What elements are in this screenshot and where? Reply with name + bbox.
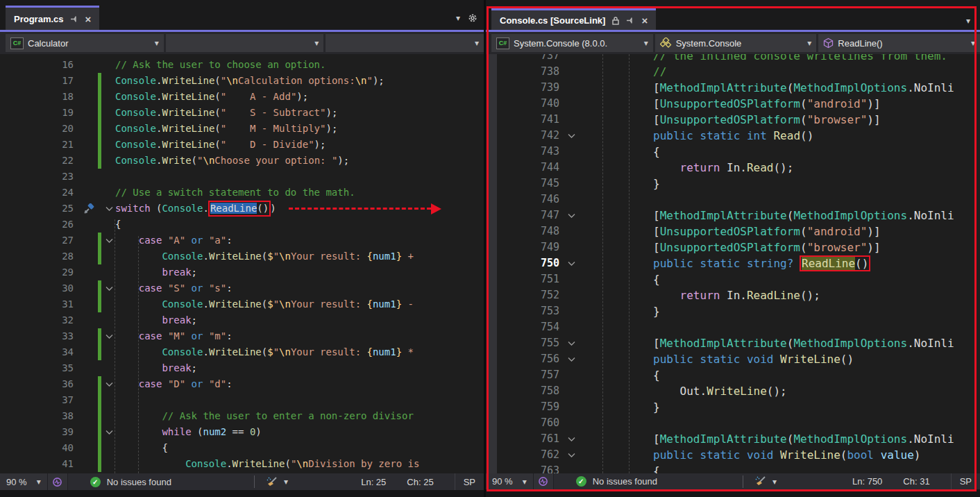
line-number: 763 — [486, 463, 559, 473]
code-line[interactable]: 23 — [0, 169, 484, 185]
document-list-chevron-icon[interactable]: ▾ — [966, 16, 970, 26]
code-line[interactable]: 747 [MethodImplAttribute(MethodImplOptio… — [486, 208, 980, 224]
code-line[interactable]: 755 [MethodImplAttribute(MethodImplOptio… — [486, 335, 980, 351]
code-line[interactable]: 29 break; — [0, 264, 484, 280]
code-line[interactable]: 32 break; — [0, 312, 484, 328]
fold-chevron-icon[interactable] — [559, 255, 583, 271]
fold-chevron-icon[interactable] — [559, 208, 583, 224]
code-line[interactable]: 756 public static void WriteLine() — [486, 351, 980, 367]
fold-chevron-icon[interactable] — [559, 447, 583, 463]
code-line[interactable]: 16// Ask the user to choose an option. — [0, 57, 484, 73]
close-icon[interactable]: × — [85, 13, 92, 25]
left-code-editor[interactable]: 16// Ask the user to choose an option.17… — [0, 54, 484, 473]
code-line[interactable]: 744 return In.Read(); — [486, 160, 980, 176]
code-line[interactable]: 41 Console.WriteLine("\nDivision by zero… — [0, 456, 484, 472]
code-line[interactable]: 754 — [486, 319, 980, 335]
file-health-indicator[interactable] — [534, 473, 554, 489]
tab-program-cs[interactable]: Program.cs × — [6, 6, 99, 30]
project-dropdown-label: Calculator — [28, 38, 151, 49]
fold-chevron-icon[interactable] — [103, 280, 115, 296]
code-line[interactable]: 21Console.WriteLine(" D - Divide"); — [0, 137, 484, 153]
quick-actions-screwdriver-icon[interactable] — [79, 201, 97, 217]
code-line[interactable]: 31 Console.WriteLine($"\nYour result: {n… — [0, 296, 484, 312]
project-dropdown[interactable]: C# System.Console (8.0.0. ▾ — [491, 34, 653, 52]
pin-icon[interactable] — [70, 15, 79, 24]
code-line[interactable]: 741 [UnsupportedOSPlatform("browser")] — [486, 112, 980, 128]
code-line[interactable]: 737 // the inlined console writelines fr… — [486, 54, 980, 64]
code-line[interactable]: 33 case "M" or "m": — [0, 328, 484, 344]
code-line[interactable]: 752 return In.ReadLine(); — [486, 287, 980, 303]
code-line[interactable]: 37 — [0, 392, 484, 408]
project-dropdown[interactable]: C# Calculator ▾ — [6, 34, 164, 52]
code-line[interactable]: 759 } — [486, 399, 980, 415]
code-line[interactable]: 749 [UnsupportedOSPlatform("browser")] — [486, 239, 980, 255]
fold-chevron-icon[interactable] — [103, 233, 115, 248]
document-list-chevron-icon[interactable]: ▾ — [456, 13, 460, 23]
code-line[interactable]: 748 [UnsupportedOSPlatform("android")] — [486, 224, 980, 239]
code-cleanup-control[interactable]: ▾ — [264, 476, 288, 488]
scope-dropdown[interactable]: ▾ — [166, 34, 324, 52]
fold-chevron-icon[interactable] — [103, 201, 115, 217]
code-line[interactable]: 19Console.WriteLine(" S - Subtract"); — [0, 105, 484, 121]
code-line[interactable]: 35 break; — [0, 360, 484, 376]
code-line[interactable]: 18Console.WriteLine(" A - Add"); — [0, 89, 484, 105]
code-line[interactable]: 739 [MethodImplAttribute(MethodImplOptio… — [486, 80, 980, 96]
member-dropdown[interactable]: ▾ — [326, 34, 484, 52]
code-line[interactable]: 30 case "S" or "s": — [0, 280, 484, 296]
code-cleanup-control[interactable]: ▾ — [753, 475, 777, 487]
code-token: \n — [226, 73, 238, 89]
code-line[interactable]: 742 public static int Read() — [486, 128, 980, 144]
code-line[interactable]: 39 while (num2 == 0) — [0, 424, 484, 440]
close-icon[interactable]: × — [641, 15, 648, 26]
code-line[interactable]: 743 { — [486, 144, 980, 160]
right-code-editor[interactable]: 737 // the inlined console writelines fr… — [486, 54, 980, 473]
gutter-icon-slot — [79, 440, 97, 456]
code-token: ( — [787, 208, 794, 224]
zoom-control[interactable]: 90 % ▾ — [0, 473, 48, 490]
code-line[interactable]: 740 [UnsupportedOSPlatform("android")] — [486, 96, 980, 112]
file-health-indicator[interactable] — [48, 473, 68, 490]
code-line[interactable]: 758 Out.WriteLine(); — [486, 383, 980, 399]
code-line[interactable]: 38 // Ask the user to enter a non-zero d… — [0, 408, 484, 424]
code-line[interactable]: 753 } — [486, 303, 980, 319]
fold-chevron-icon[interactable] — [103, 328, 115, 344]
code-line[interactable]: 24// Use a switch statement to do the ma… — [0, 185, 484, 201]
code-line[interactable]: 36 case "D" or "d": — [0, 376, 484, 392]
issues-status[interactable]: ✓ No issues found — [90, 477, 171, 487]
code-line[interactable]: 20Console.WriteLine(" M - Multiply"); — [0, 121, 484, 137]
change-tracking-bar — [98, 137, 101, 153]
code-line[interactable]: 763 { — [486, 463, 980, 473]
fold-chevron-icon[interactable] — [559, 335, 583, 351]
code-line[interactable]: 40 { — [0, 440, 484, 456]
gutter-icon-slot — [79, 376, 97, 392]
tab-console-cs-sourcelink[interactable]: Console.cs [SourceLink] × — [491, 8, 656, 30]
code-line[interactable]: 17Console.WriteLine("\nCalculation optio… — [0, 73, 484, 89]
fold-chevron-icon[interactable] — [103, 376, 115, 392]
code-line[interactable]: 760 — [486, 415, 980, 431]
code-line[interactable]: 738 // — [486, 64, 980, 80]
zoom-control[interactable]: 90 % ▾ — [486, 473, 534, 489]
code-line[interactable]: 757 { — [486, 367, 980, 383]
fold-chevron-icon[interactable] — [559, 351, 583, 367]
code-line[interactable]: 34 Console.WriteLine($"\nYour result: {n… — [0, 344, 484, 360]
fold-chevron-icon[interactable] — [559, 431, 583, 447]
code-token: value — [881, 447, 914, 463]
fold-chevron-icon[interactable] — [103, 424, 115, 440]
member-dropdown[interactable]: ReadLine() ▾ — [818, 34, 980, 52]
code-line[interactable]: 28 Console.WriteLine($"\nYour result: {n… — [0, 248, 484, 264]
code-line[interactable]: 750 public static string? ReadLine() — [486, 255, 980, 271]
code-line[interactable]: 751 { — [486, 271, 980, 287]
pin-icon[interactable] — [626, 16, 635, 25]
code-line[interactable]: 25switch (Console.ReadLine()) — [0, 201, 484, 217]
gear-icon[interactable] — [467, 12, 478, 24]
code-line[interactable]: 761 [MethodImplAttribute(MethodImplOptio… — [486, 431, 980, 447]
code-line[interactable]: 26{ — [0, 217, 484, 233]
code-line[interactable]: 762 public static void WriteLine(bool va… — [486, 447, 980, 463]
code-line[interactable]: 745 } — [486, 176, 980, 192]
scope-dropdown[interactable]: System.Console ▾ — [655, 34, 817, 52]
code-line[interactable]: 27 case "A" or "a": — [0, 233, 484, 248]
fold-chevron-icon[interactable] — [559, 128, 583, 144]
issues-status[interactable]: ✓ No issues found — [576, 476, 657, 487]
code-line[interactable]: 746 — [486, 192, 980, 208]
code-line[interactable]: 22Console.Write("\nChoose your option: "… — [0, 153, 484, 169]
